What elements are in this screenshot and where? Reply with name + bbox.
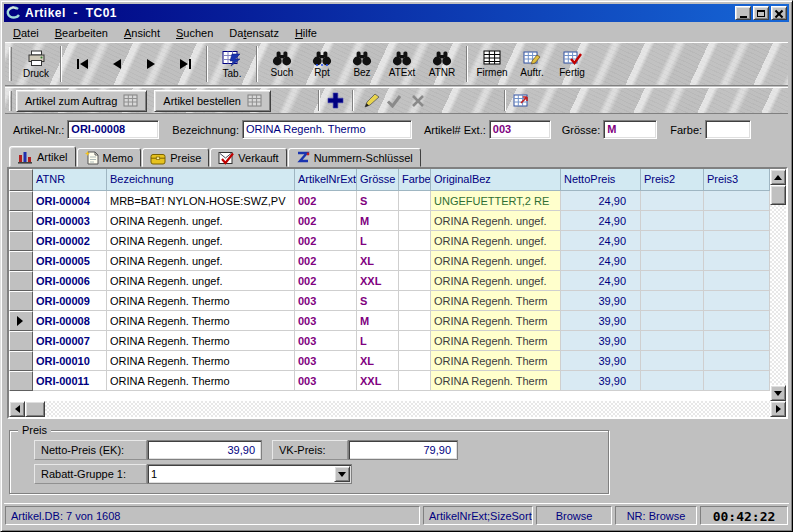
post-record-button[interactable] — [382, 90, 406, 112]
cell-bez[interactable]: ORINA Regenh. Thermo — [107, 331, 295, 351]
cell-bez[interactable]: ORINA Regenh. ungef. — [107, 251, 295, 271]
cell-netto[interactable]: 24,90 — [561, 211, 641, 231]
row-selector[interactable] — [9, 231, 33, 251]
menu-hilfe[interactable]: Hilfe — [287, 24, 325, 42]
cell-orig[interactable]: ORINA Regenh. Therm — [431, 371, 561, 391]
cell-atnr[interactable]: ORI-00005 — [33, 251, 107, 271]
menu-datei[interactable]: Datei — [5, 24, 47, 42]
firmen-button[interactable]: Firmen — [472, 44, 512, 84]
cell-orig[interactable]: ORINA Regenh. Therm — [431, 291, 561, 311]
cell-orig[interactable]: ORINA Regenh. Therm — [431, 351, 561, 371]
column-header-atnr[interactable]: ATNR — [33, 169, 107, 191]
cell-netto[interactable]: 39,90 — [561, 371, 641, 391]
column-header-preis2[interactable]: Preis2 — [641, 169, 704, 191]
tab-artikel[interactable]: Artikel — [9, 146, 76, 167]
menu-datensatz[interactable]: Datensatz — [221, 24, 287, 42]
cell-groesse[interactable]: S — [357, 291, 399, 311]
last-record-button[interactable] — [168, 53, 202, 75]
search-button[interactable]: Such — [262, 44, 302, 84]
print-button[interactable]: Druck — [16, 44, 56, 84]
cell-preis3[interactable] — [704, 211, 770, 231]
cell-groesse[interactable]: XXL — [357, 371, 399, 391]
row-selector[interactable] — [9, 291, 33, 311]
prev-record-button[interactable] — [100, 53, 134, 75]
artikel-bestellen-button[interactable]: Artikel bestellen — [154, 90, 271, 112]
cell-netto[interactable]: 39,90 — [561, 331, 641, 351]
cell-ext[interactable]: 003 — [295, 331, 357, 351]
tab-preise[interactable]: Preise — [142, 148, 209, 167]
row-selector[interactable] — [9, 371, 33, 391]
cell-atnr[interactable]: ORI-00011 — [33, 371, 107, 391]
cell-preis2[interactable] — [641, 271, 704, 291]
table-row[interactable]: ORI-00009ORINA Regenh. Thermo003SORINA R… — [9, 291, 786, 311]
cell-netto[interactable]: 24,90 — [561, 231, 641, 251]
cell-farbe[interactable] — [399, 251, 431, 271]
horizontal-scroll-thumb[interactable] — [25, 401, 45, 417]
artikel-nr-field[interactable]: ORI-00008 — [67, 120, 159, 139]
cell-preis2[interactable] — [641, 331, 704, 351]
cell-farbe[interactable] — [399, 291, 431, 311]
cell-groesse[interactable]: XL — [357, 251, 399, 271]
scroll-right-button[interactable] — [770, 401, 786, 417]
table-row[interactable]: ORI-00008ORINA Regenh. Thermo003MORINA R… — [9, 311, 786, 331]
cell-atnr[interactable]: ORI-00007 — [33, 331, 107, 351]
table-row[interactable]: ORI-00004MRB=BAT! NYLON-HOSE:SWZ,PV002SU… — [9, 191, 786, 211]
column-header-farbe[interactable]: Farbe — [399, 169, 431, 191]
cell-bez[interactable]: ORINA Regenh. Thermo — [107, 311, 295, 331]
cell-ext[interactable]: 003 — [295, 371, 357, 391]
insert-record-button[interactable] — [324, 90, 348, 112]
cell-bez[interactable]: ORINA Regenh. ungef. — [107, 211, 295, 231]
chevron-down-icon[interactable] — [334, 466, 350, 482]
cell-farbe[interactable] — [399, 211, 431, 231]
cell-ext[interactable]: 002 — [295, 211, 357, 231]
table-row[interactable]: ORI-00011ORINA Regenh. Thermo003XXLORINA… — [9, 371, 786, 391]
cell-netto[interactable]: 24,90 — [561, 191, 641, 211]
cell-preis2[interactable] — [641, 311, 704, 331]
toolbar-grip[interactable] — [9, 47, 12, 81]
scroll-left-button[interactable] — [9, 401, 25, 417]
cell-preis2[interactable] — [641, 291, 704, 311]
cell-bez[interactable]: MRB=BAT! NYLON-HOSE:SWZ,PV — [107, 191, 295, 211]
atext-search-button[interactable]: ATExt — [382, 44, 422, 84]
row-selector[interactable] — [9, 211, 33, 231]
vertical-scroll-thumb[interactable] — [770, 185, 786, 205]
table-row[interactable]: ORI-00010ORINA Regenh. Thermo003XLORINA … — [9, 351, 786, 371]
cell-groesse[interactable]: M — [357, 311, 399, 331]
table-view-button[interactable]: Tab. — [212, 44, 252, 84]
cell-netto[interactable]: 24,90 — [561, 271, 641, 291]
first-record-button[interactable] — [66, 53, 100, 75]
cell-preis3[interactable] — [704, 331, 770, 351]
row-selector[interactable] — [9, 191, 33, 211]
cell-netto[interactable]: 39,90 — [561, 311, 641, 331]
table-row[interactable]: ORI-00005ORINA Regenh. ungef.002XLORINA … — [9, 251, 786, 271]
cell-netto[interactable]: 24,90 — [561, 251, 641, 271]
cell-preis2[interactable] — [641, 251, 704, 271]
cell-atnr[interactable]: ORI-00010 — [33, 351, 107, 371]
atnr-search-button[interactable]: ATNR — [422, 44, 462, 84]
cell-atnr[interactable]: ORI-00008 — [33, 311, 107, 331]
cell-ext[interactable]: 002 — [295, 191, 357, 211]
vk-preis-field[interactable]: 79,90 — [348, 440, 458, 460]
horizontal-scroll-track[interactable] — [45, 401, 770, 417]
edit-record-button[interactable] — [358, 90, 382, 112]
groesse-field[interactable]: M — [603, 120, 657, 139]
cell-netto[interactable]: 39,90 — [561, 291, 641, 311]
cell-orig[interactable]: ORINA Regenh. ungef. — [431, 231, 561, 251]
netto-preis-field[interactable]: 39,90 — [147, 440, 262, 460]
cell-atnr[interactable]: ORI-00009 — [33, 291, 107, 311]
cell-preis2[interactable] — [641, 371, 704, 391]
cell-preis3[interactable] — [704, 271, 770, 291]
maximize-button[interactable] — [753, 6, 769, 20]
row-selector[interactable] — [9, 351, 33, 371]
vertical-scrollbar[interactable] — [770, 169, 786, 401]
minimize-button[interactable] — [735, 6, 751, 20]
cell-ext[interactable]: 003 — [295, 311, 357, 331]
row-selector[interactable] — [9, 251, 33, 271]
cell-groesse[interactable]: XL — [357, 351, 399, 371]
fertig-button[interactable]: Fertig — [552, 44, 592, 84]
farbe-field[interactable] — [705, 120, 751, 139]
cell-atnr[interactable]: ORI-00004 — [33, 191, 107, 211]
cell-groesse[interactable]: L — [357, 331, 399, 351]
bezeichnung-search-button[interactable]: Bez — [342, 44, 382, 84]
cell-groesse[interactable]: L — [357, 231, 399, 251]
